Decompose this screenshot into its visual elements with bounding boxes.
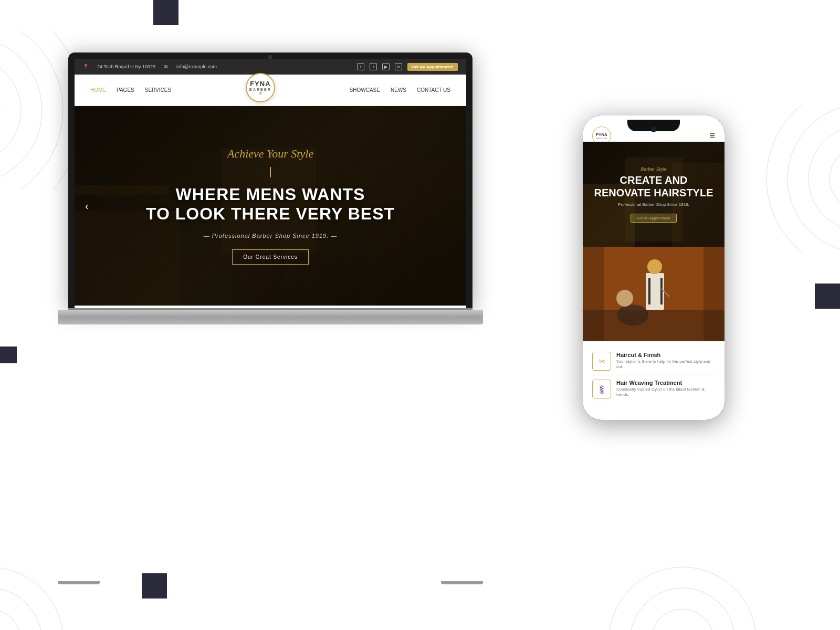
svg-point-11 (609, 567, 756, 630)
phone-hero-content: Barber Style CREATE AND RENOVATE HAIRSTY… (594, 166, 713, 223)
svg-point-12 (0, 609, 21, 630)
phone-hero: Barber Style CREATE AND RENOVATE HAIRSTY… (583, 142, 724, 247)
svg-point-10 (630, 588, 735, 630)
logo-crown-icon: ♛ (259, 91, 262, 96)
nav-home[interactable]: HOME (90, 87, 106, 93)
svg-point-14 (0, 567, 63, 630)
phone-hero-title-line1: CREATE AND (594, 174, 713, 186)
circles-bottom-left (0, 525, 105, 630)
nav-left: HOME PAGES SERVICES (90, 87, 171, 93)
phone-hero-title-line2: RENOVATE HAIRSTYLE (594, 186, 713, 199)
hamburger-menu-icon[interactable]: ≡ (709, 130, 715, 141)
logo-barber-text: BARBER (249, 88, 271, 91)
svg-point-13 (0, 588, 42, 630)
svg-rect-33 (583, 310, 724, 341)
circles-bottom-right (609, 494, 756, 630)
phone-screen: FYNA BARBER ≡ Barber Style CREATE AND (583, 116, 724, 420)
svg-point-6 (808, 126, 840, 231)
phone-services: ✂ Haircut & Finish Your stylist is there… (583, 341, 724, 410)
nav-right: SHOWCASE NEWS CONTACT US (350, 87, 450, 93)
weaving-desc: Constantly trained stylist on the latest… (616, 387, 715, 398)
facebook-icon[interactable]: f (357, 63, 364, 70)
haircut-text: Haircut & Finish Your stylist is there t… (616, 352, 715, 370)
topbar-address: 24 Tech Roqad st Ny 10023 (97, 64, 155, 69)
deco-square-4 (142, 573, 167, 598)
laptop-bezel: 📍 24 Tech Roqad st Ny 10023 ✉ info@examp… (68, 52, 472, 310)
phone-camera (651, 127, 656, 132)
nav-pages[interactable]: PAGES (117, 87, 134, 93)
svg-rect-29 (660, 278, 663, 304)
svg-point-1 (0, 58, 21, 163)
linkedin-icon[interactable]: in (395, 63, 402, 70)
appointment-button[interactable]: Get An Appointment! (407, 63, 458, 71)
phone-logo-barber: BARBER (596, 137, 607, 140)
svg-rect-35 (704, 247, 724, 341)
phone-device: FYNA BARBER ≡ Barber Style CREATE AND (583, 116, 724, 420)
svg-point-27 (647, 259, 662, 274)
laptop-hero: ‹ Achieve Your Style WHERE MENS WANTS TO… (75, 106, 466, 306)
phone-barber-style: Barber Style (594, 166, 713, 172)
nav-services[interactable]: SERVICES (145, 87, 171, 93)
laptop-topbar: 📍 24 Tech Roqad st Ny 10023 ✉ info@examp… (75, 59, 466, 75)
laptop-navbar: HOME PAGES SERVICES FYNA BARBER ♛ SHOWCA… (75, 75, 466, 106)
deco-square-3 (0, 346, 17, 363)
nav-contact[interactable]: CONTACT US (417, 87, 450, 93)
weaving-icon: 💈 (592, 380, 611, 398)
hero-services-button[interactable]: Our Great Services (232, 249, 309, 265)
weaving-text: Hair Weaving Treatment Constantly traine… (616, 380, 715, 398)
phone-frame: FYNA BARBER ≡ Barber Style CREATE AND (583, 116, 724, 420)
hero-divider (270, 167, 271, 177)
haircut-icon: ✂ (592, 352, 611, 371)
svg-point-9 (651, 609, 714, 630)
weaving-title: Hair Weaving Treatment (616, 380, 715, 386)
hero-title-line1: WHERE MENS WANTS (146, 185, 395, 204)
svg-rect-28 (648, 278, 650, 304)
phone-hero-subtitle: Professional Barber Shop Since 1919. (594, 202, 713, 207)
youtube-icon[interactable]: ▶ (382, 63, 390, 70)
laptop-foot-left (58, 581, 100, 584)
nav-logo: FYNA BARBER ♛ (246, 78, 275, 102)
hero-title-line2: TO LOOK THERE VERY BEST (146, 204, 395, 224)
svg-point-3 (0, 32, 63, 189)
phone-hero-title: CREATE AND RENOVATE HAIRSTYLE (594, 174, 713, 199)
laptop-camera (268, 55, 272, 59)
deco-square-2 (815, 284, 840, 309)
circles-right (714, 105, 840, 252)
nav-showcase[interactable]: SHOWCASE (350, 87, 380, 93)
deco-square-1 (153, 0, 178, 25)
email-icon: ✉ (164, 64, 168, 69)
haircut-desc: Your stylist is there to help for the pe… (616, 359, 715, 370)
service-item-haircut: ✂ Haircut & Finish Your stylist is there… (592, 348, 715, 375)
hero-script-text: Achieve Your Style (227, 147, 313, 161)
svg-point-31 (616, 290, 633, 307)
laptop-screen: 📍 24 Tech Roqad st Ny 10023 ✉ info@examp… (75, 59, 466, 310)
phone-logo-fyna: FYNA (596, 132, 607, 137)
svg-rect-34 (583, 247, 604, 341)
haircut-title: Haircut & Finish (616, 352, 715, 358)
svg-point-7 (788, 105, 840, 252)
address-icon: 📍 (83, 64, 89, 69)
svg-point-8 (766, 105, 840, 252)
hero-content: Achieve Your Style WHERE MENS WANTS TO L… (75, 106, 466, 306)
topbar-left: 📍 24 Tech Roqad st Ny 10023 ✉ info@examp… (83, 64, 217, 69)
laptop-base (58, 310, 483, 324)
topbar-email: info@example.com (176, 64, 217, 69)
svg-point-5 (830, 147, 840, 210)
service-item-weaving: 💈 Hair Weaving Treatment Constantly trai… (592, 375, 715, 403)
phone-hero-button[interactable]: Get An Appointment (631, 214, 677, 223)
laptop-device: 📍 24 Tech Roqad st Ny 10023 ✉ info@examp… (68, 52, 488, 346)
topbar-right: f t ▶ in Get An Appointment! (357, 63, 458, 71)
twitter-icon[interactable]: t (370, 63, 377, 70)
phone-notch (627, 120, 680, 131)
nav-news[interactable]: NEWS (391, 87, 406, 93)
logo-fyna-text: FYNA (250, 80, 270, 88)
hero-subtitle: — Professional Barber Shop Since 1919. — (204, 233, 338, 239)
barber-scene-svg (583, 247, 724, 341)
phone-barber-image (583, 247, 724, 341)
logo-circle: FYNA BARBER ♛ (246, 73, 275, 102)
laptop-foot-right (441, 581, 483, 584)
hero-title: WHERE MENS WANTS TO LOOK THERE VERY BEST (146, 185, 395, 224)
svg-point-2 (0, 37, 42, 184)
